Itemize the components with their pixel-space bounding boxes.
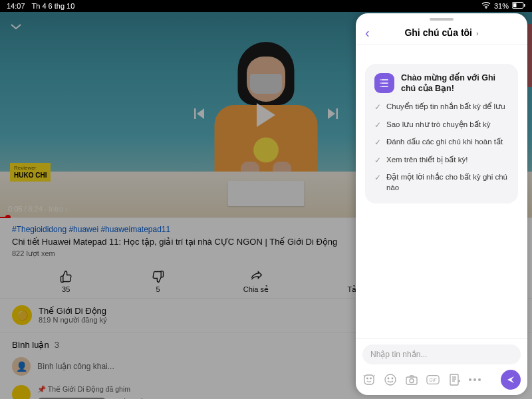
reviewer-badge: Reviewer HUKO CHI bbox=[10, 163, 51, 182]
svg-rect-3 bbox=[524, 4, 525, 7]
channel-name: Thế Giới Di Động bbox=[39, 306, 107, 316]
share-button[interactable]: Chia sẻ bbox=[243, 270, 269, 294]
sticker-icon[interactable] bbox=[362, 373, 376, 386]
status-date: Th 4 6 thg 10 bbox=[32, 2, 75, 10]
notes-body: Chào mừng đến với Ghi chú của Bạn! ✓Chuy… bbox=[356, 45, 527, 338]
list-item: ✓Đánh dấu các ghi chú khi hoàn tất bbox=[374, 137, 509, 148]
user-avatar: 👤 bbox=[12, 357, 31, 376]
comments-label: Bình luận bbox=[12, 340, 49, 350]
send-button[interactable] bbox=[501, 370, 521, 390]
svg-point-13 bbox=[388, 378, 389, 379]
pinned-avatar bbox=[12, 385, 31, 399]
battery-percent: 31% bbox=[494, 2, 509, 10]
notes-panel: ‹ Ghi chú của tôi › Chào mừng đến với Gh… bbox=[356, 13, 527, 395]
svg-point-16 bbox=[410, 379, 414, 383]
wifi-icon bbox=[481, 2, 491, 10]
welcome-title: Chào mừng đến với Ghi chú của Bạn! bbox=[401, 73, 509, 94]
gif-icon[interactable]: GIF bbox=[426, 373, 440, 386]
back-icon[interactable]: ‹ bbox=[365, 25, 370, 41]
status-time: 14:07 bbox=[7, 2, 25, 10]
svg-rect-2 bbox=[513, 3, 517, 7]
like-count: 35 bbox=[62, 285, 70, 293]
welcome-list: ✓Chuyển tiếp tin nhắn bất kỳ để lưu ✓Sao… bbox=[374, 102, 509, 193]
current-time: 0:05 bbox=[8, 205, 22, 213]
duration: 8:24 bbox=[29, 205, 43, 213]
svg-point-0 bbox=[485, 7, 487, 9]
progress-thumb[interactable] bbox=[5, 215, 11, 218]
check-icon: ✓ bbox=[374, 120, 381, 131]
dislike-count: 5 bbox=[156, 285, 160, 293]
pinned-by-label: 📌 Thế Giới Di Động đã ghim bbox=[37, 385, 147, 394]
thumbs-down-icon bbox=[152, 270, 165, 283]
collapse-icon[interactable] bbox=[10, 20, 22, 34]
like-button[interactable]: 35 bbox=[59, 270, 72, 294]
battery-icon bbox=[512, 2, 525, 10]
check-icon: ✓ bbox=[374, 138, 381, 148]
next-button[interactable] bbox=[325, 106, 340, 124]
channel-avatar[interactable]: 🟡 bbox=[12, 305, 32, 325]
status-bar: 14:07 Th 4 6 thg 10 31% bbox=[0, 0, 532, 12]
more-icon[interactable] bbox=[469, 378, 481, 381]
svg-rect-15 bbox=[406, 377, 417, 384]
list-item: ✓Sao lưu như trò chuyện bất kỳ bbox=[374, 120, 509, 131]
svg-point-12 bbox=[385, 374, 396, 385]
chapter-label: Intro bbox=[49, 205, 63, 213]
list-item: ✓Đặt một lời nhắc cho bất kỳ ghi chú nào bbox=[374, 172, 509, 193]
prev-button[interactable] bbox=[192, 106, 207, 124]
comment-placeholder[interactable]: Bình luận công khai... bbox=[37, 362, 114, 371]
check-icon: ✓ bbox=[374, 156, 381, 166]
subscriber-count: 819 N người đăng ký bbox=[39, 316, 107, 325]
svg-point-14 bbox=[392, 378, 393, 379]
svg-rect-8 bbox=[336, 108, 338, 119]
product-box bbox=[228, 181, 305, 206]
svg-point-11 bbox=[370, 378, 372, 379]
svg-rect-19 bbox=[450, 374, 458, 385]
list-item: ✓Xem trên thiết bị bất kỳ! bbox=[374, 155, 509, 166]
check-icon: ✓ bbox=[374, 102, 381, 113]
thumbs-up-icon bbox=[59, 270, 72, 283]
svg-text:GIF: GIF bbox=[430, 378, 438, 382]
svg-point-10 bbox=[367, 378, 368, 379]
comments-count: 3 bbox=[55, 340, 59, 350]
dislike-button[interactable]: 5 bbox=[152, 270, 165, 294]
notes-footer: Nhập tin nhắn... GIF bbox=[356, 338, 527, 395]
check-icon: ✓ bbox=[374, 173, 381, 184]
camera-icon[interactable] bbox=[405, 373, 418, 386]
notes-title[interactable]: Ghi chú của tôi › bbox=[404, 27, 478, 38]
attach-icon[interactable] bbox=[448, 373, 461, 386]
play-button[interactable] bbox=[257, 103, 275, 127]
notes-icon bbox=[374, 73, 394, 93]
message-input[interactable]: Nhập tin nhắn... bbox=[362, 344, 521, 364]
list-item: ✓Chuyển tiếp tin nhắn bất kỳ để lưu bbox=[374, 102, 509, 113]
emoji-icon[interactable] bbox=[384, 373, 397, 386]
svg-rect-7 bbox=[194, 108, 196, 119]
notes-header: ‹ Ghi chú của tôi › bbox=[356, 21, 527, 45]
share-icon bbox=[249, 270, 263, 283]
welcome-card: Chào mừng đến với Ghi chú của Bạn! ✓Chuy… bbox=[365, 64, 518, 203]
